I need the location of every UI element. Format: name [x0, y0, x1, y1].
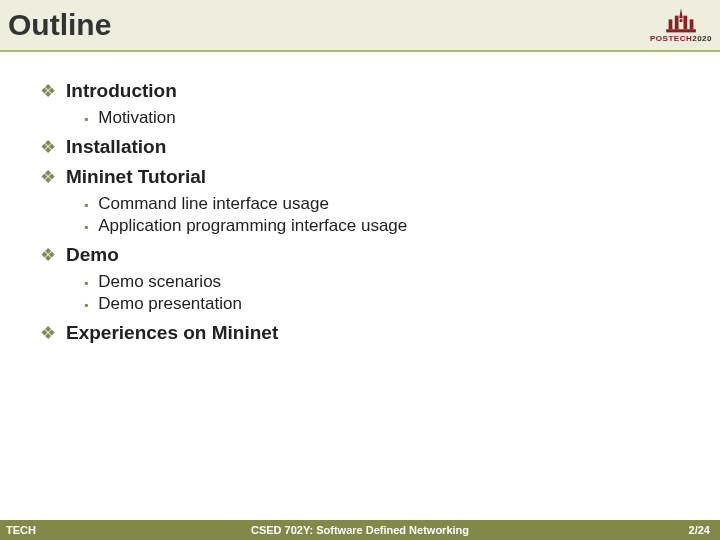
postech-logo-icon	[662, 7, 700, 33]
svg-rect-3	[683, 16, 687, 30]
svg-rect-1	[669, 19, 673, 29]
square-bullet-icon: ▪	[84, 277, 88, 289]
outline-item-label: Introduction	[66, 80, 177, 102]
outline-item-label: Installation	[66, 136, 166, 158]
square-bullet-icon: ▪	[84, 221, 88, 233]
diamond-bullet-icon: ❖	[40, 82, 56, 100]
outline-subitem: ▪ Demo scenarios	[84, 272, 690, 292]
outline-subitem-label: Motivation	[98, 108, 175, 128]
outline-subitem: ▪ Application programming interface usag…	[84, 216, 690, 236]
outline-item-label: Mininet Tutorial	[66, 166, 206, 188]
outline-item: ❖ Introduction ▪ Motivation	[40, 80, 690, 128]
outline-item-label: Demo	[66, 244, 119, 266]
svg-rect-4	[690, 19, 694, 29]
svg-rect-2	[675, 16, 679, 30]
slide-title: Outline	[8, 8, 111, 42]
svg-rect-0	[666, 29, 696, 32]
square-bullet-icon: ▪	[84, 199, 88, 211]
outline-subitem: ▪ Demo presentation	[84, 294, 690, 314]
slide: Outline POSTECH2020 ❖ Introduction	[0, 0, 720, 540]
slide-number: 2/24	[689, 524, 710, 536]
diamond-bullet-icon: ❖	[40, 138, 56, 156]
postech-logo-caption: POSTECH2020	[650, 35, 712, 43]
outline-content: ❖ Introduction ▪ Motivation ❖ Installati…	[0, 52, 720, 344]
outline-item: ❖ Demo ▪ Demo scenarios ▪ Demo presentat…	[40, 244, 690, 314]
outline-item: ❖ Mininet Tutorial ▪ Command line interf…	[40, 166, 690, 236]
outline-subitem: ▪ Motivation	[84, 108, 690, 128]
outline-subitem-label: Demo scenarios	[98, 272, 221, 292]
logo-wordmark: POSTECH	[650, 34, 692, 43]
diamond-bullet-icon: ❖	[40, 246, 56, 264]
outline-subitem-label: Application programming interface usage	[98, 216, 407, 236]
footer-bar: TECH CSED 702Y: Software Defined Network…	[0, 520, 720, 540]
footer-left: TECH	[6, 524, 36, 536]
diamond-bullet-icon: ❖	[40, 324, 56, 342]
outline-item-label: Experiences on Mininet	[66, 322, 278, 344]
svg-point-5	[679, 19, 682, 22]
diamond-bullet-icon: ❖	[40, 168, 56, 186]
footer-center: CSED 702Y: Software Defined Networking	[0, 524, 720, 536]
outline-item: ❖ Installation	[40, 136, 690, 158]
square-bullet-icon: ▪	[84, 299, 88, 311]
square-bullet-icon: ▪	[84, 113, 88, 125]
logo-year: 2020	[692, 34, 712, 43]
outline-subitem-label: Command line interface usage	[98, 194, 329, 214]
title-bar: Outline POSTECH2020	[0, 0, 720, 52]
outline-subitem-label: Demo presentation	[98, 294, 242, 314]
postech-logo: POSTECH2020	[650, 7, 712, 43]
outline-subitem: ▪ Command line interface usage	[84, 194, 690, 214]
outline-item: ❖ Experiences on Mininet	[40, 322, 690, 344]
